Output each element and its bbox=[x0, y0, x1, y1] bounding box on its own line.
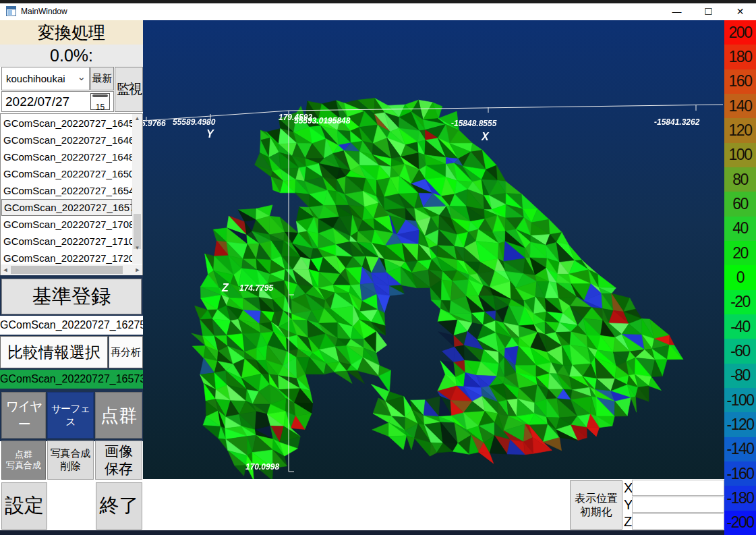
minimize-button[interactable]: — bbox=[661, 3, 693, 20]
horizontal-scrollbar-thumb[interactable] bbox=[11, 266, 123, 274]
colorbar-band-value: -200 bbox=[726, 515, 753, 530]
scan-list-item[interactable]: GComScan_20220727_17105 bbox=[1, 233, 132, 250]
colorbar-band-value: 80 bbox=[732, 172, 748, 188]
colorbar-band: -160 bbox=[724, 461, 756, 486]
maximize-button[interactable]: ☐ bbox=[693, 3, 724, 20]
colorbar-band-value: -120 bbox=[726, 417, 753, 432]
colorbar-band: 120 bbox=[724, 118, 756, 142]
colorbar-band: 200 bbox=[724, 20, 756, 45]
chevron-down-icon: ⌄ bbox=[77, 65, 86, 88]
calendar-icon[interactable]: 15 bbox=[90, 93, 110, 110]
colorbar-band-value: -100 bbox=[726, 393, 753, 408]
register-reference-button[interactable]: 基準登録 bbox=[1, 279, 142, 314]
scroll-up-icon[interactable]: ▲ bbox=[132, 114, 142, 123]
background-window-strip-bottom bbox=[0, 530, 724, 535]
colorbar-band-value: 180 bbox=[729, 49, 752, 65]
colorbar-band-value: 140 bbox=[729, 98, 752, 114]
point-cloud-button[interactable]: 点群 bbox=[95, 392, 142, 439]
colorbar-band: -140 bbox=[724, 437, 756, 461]
scroll-right-icon[interactable]: ► bbox=[133, 264, 142, 275]
colorbar-band: 0 bbox=[724, 265, 756, 289]
window-title: MainWindow bbox=[21, 6, 67, 17]
colorbar-band-value: 160 bbox=[729, 74, 752, 89]
coord-z-input[interactable] bbox=[632, 513, 724, 530]
close-button[interactable]: ✕ bbox=[724, 3, 756, 20]
colorbar-band: -20 bbox=[724, 290, 756, 314]
base-scan-field[interactable]: GComScan_20220727_162751 bbox=[0, 316, 143, 335]
colorbar-band: -60 bbox=[724, 339, 756, 363]
colorbar-band: 100 bbox=[724, 143, 756, 167]
scan-list-items: GComScan_20220727_16450GComScan_20220727… bbox=[1, 115, 132, 264]
app-window-icon bbox=[6, 6, 16, 16]
scan-list-item[interactable]: GComScan_20220727_16450 bbox=[1, 115, 132, 132]
scan-list: GComScan_20220727_16450GComScan_20220727… bbox=[0, 113, 143, 276]
colorbar-band-value: 200 bbox=[729, 25, 752, 40]
3d-viewport[interactable]: 5.9766 55589.4980 Y 179.4593 55593.01958… bbox=[143, 20, 724, 479]
colorbar-band: 80 bbox=[724, 167, 756, 192]
scan-list-item[interactable]: GComScan_20220727_16543 bbox=[1, 182, 132, 199]
main-window: MainWindow — ☐ ✕ 変換処理 0.0%: kouchihoukai… bbox=[0, 0, 756, 535]
latest-button[interactable]: 最新 bbox=[90, 67, 114, 90]
date-value: 2022/07/27 bbox=[5, 94, 69, 109]
colorbar-band-value: -60 bbox=[730, 343, 750, 359]
colorbar-band-value: -40 bbox=[730, 319, 750, 335]
scan-list-item[interactable]: GComScan_20220727_16465 bbox=[1, 132, 132, 148]
colorbar-band-value: -140 bbox=[726, 441, 753, 457]
left-panel: 変換処理 0.0%: kouchihoukai ⌄ 最新 監視 2022/07/… bbox=[0, 20, 143, 535]
scan-list-item[interactable]: GComScan_20220727_16573 bbox=[1, 199, 132, 216]
colorbar-band: -200 bbox=[724, 511, 756, 535]
title-bar: MainWindow — ☐ ✕ bbox=[0, 3, 756, 20]
colorbar-band-value: 120 bbox=[729, 123, 752, 138]
scroll-down-icon[interactable]: ▼ bbox=[132, 244, 142, 253]
dataset-dropdown[interactable]: kouchihoukai ⌄ bbox=[1, 67, 90, 90]
scan-list-item[interactable]: GComScan_20220727_17084 bbox=[1, 216, 132, 233]
points-photo-merge-button[interactable]: 点群 写真合成 bbox=[1, 441, 46, 480]
colorbar-band: -100 bbox=[724, 388, 756, 412]
terrain-canvas bbox=[143, 20, 724, 479]
horizontal-scrollbar[interactable]: ◄ ► bbox=[1, 264, 142, 275]
compare-scan-label: GComScan_20220727_165732 bbox=[0, 370, 143, 389]
vertical-scrollbar[interactable]: ▲ ▼ bbox=[132, 114, 142, 264]
colorbar-band-value: -180 bbox=[726, 490, 753, 506]
monitor-button[interactable]: 監視 bbox=[115, 67, 143, 112]
wireframe-button[interactable]: ワイヤー bbox=[1, 392, 46, 439]
surface-button[interactable]: サーフェス bbox=[47, 392, 94, 439]
scan-list-item[interactable]: GComScan_20220727_16484 bbox=[1, 148, 132, 165]
coord-y-input[interactable] bbox=[632, 497, 724, 513]
exit-button[interactable]: 終了 bbox=[96, 482, 142, 530]
image-save-button[interactable]: 画像 保存 bbox=[95, 441, 142, 480]
dataset-dropdown-value: kouchihoukai bbox=[6, 73, 65, 84]
colorbar-band-value: 0 bbox=[736, 270, 744, 285]
date-input[interactable]: 2022/07/27 15 bbox=[1, 91, 114, 112]
colorbar-band-value: 60 bbox=[732, 196, 748, 212]
coord-x-input[interactable] bbox=[632, 480, 724, 496]
colorbar-band: -40 bbox=[724, 314, 756, 339]
colorbar-band: 60 bbox=[724, 192, 756, 216]
colorbar-band: 20 bbox=[724, 241, 756, 265]
colorbar-band: 160 bbox=[724, 69, 756, 94]
compare-info-select-button[interactable]: 比較情報選択 bbox=[0, 336, 108, 368]
colorbar-band-value: -80 bbox=[730, 368, 750, 383]
colorbar-band: 40 bbox=[724, 217, 756, 241]
colorbar-band: -120 bbox=[724, 412, 756, 437]
colorbar-band: 180 bbox=[724, 45, 756, 69]
colorbar-band: -80 bbox=[724, 364, 756, 388]
photo-merge-delete-button[interactable]: 写真合成 削除 bbox=[47, 441, 94, 480]
colorbar-band-value: 20 bbox=[732, 246, 748, 261]
colorbar-band-value: 40 bbox=[732, 221, 748, 236]
progress-label: 0.0%: bbox=[0, 45, 143, 67]
colorbar-band: 140 bbox=[724, 94, 756, 118]
scan-list-item[interactable]: GComScan_20220727_16503 bbox=[1, 165, 132, 182]
colorbar-band-value: -20 bbox=[730, 294, 750, 310]
colorbar-band-value: -160 bbox=[726, 466, 753, 482]
scan-list-item[interactable]: GComScan_20220727_17205 bbox=[1, 250, 132, 264]
elevation-color-scale: 200180160140120100806040200-20-40-60-80-… bbox=[724, 20, 756, 535]
scroll-left-icon[interactable]: ◄ bbox=[1, 264, 10, 275]
colorbar-band: -180 bbox=[724, 486, 756, 510]
reset-view-position-button[interactable]: 表示位置 初期化 bbox=[570, 480, 622, 530]
panel-header: 変換処理 bbox=[0, 20, 143, 45]
colorbar-band-value: 100 bbox=[729, 147, 752, 163]
settings-button[interactable]: 設定 bbox=[1, 482, 47, 530]
reanalyze-button[interactable]: 再分析 bbox=[109, 336, 143, 368]
